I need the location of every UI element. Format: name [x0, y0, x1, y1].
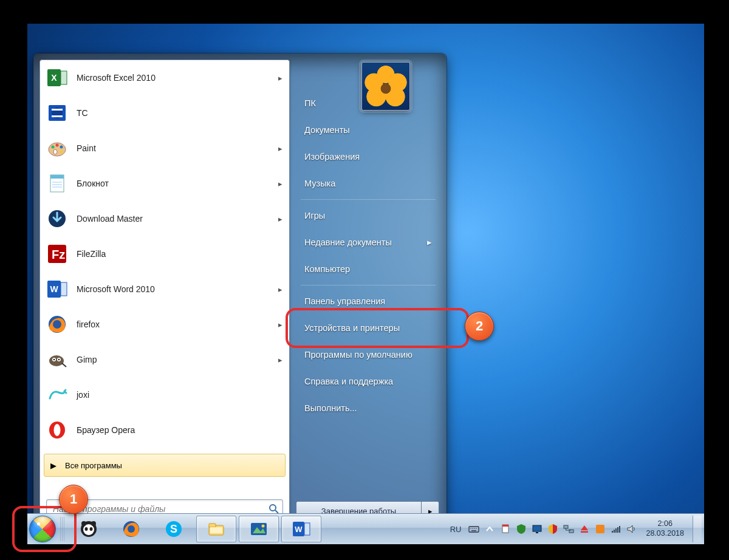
right-item-default-programs[interactable]: Программы по умолчанию [296, 341, 440, 368]
firefox-icon [45, 312, 69, 336]
network-icon[interactable] [563, 523, 575, 535]
word-icon: W [45, 277, 69, 301]
filezilla-icon: Fz [45, 242, 69, 266]
svg-rect-60 [471, 530, 476, 531]
desktop-wallpaper[interactable]: X Microsoft Excel 2010 ▸ TC [27, 24, 704, 544]
submenu-arrow-icon: ▸ [278, 285, 284, 294]
start-menu: X Microsoft Excel 2010 ▸ TC [33, 53, 447, 531]
svg-point-25 [53, 320, 61, 329]
svg-text:X: X [51, 73, 57, 83]
svg-rect-6 [52, 115, 63, 117]
taskbar-app-firefox[interactable] [111, 516, 151, 542]
gimp-icon [45, 347, 69, 372]
monitor-icon[interactable] [531, 523, 543, 535]
right-item-documents[interactable]: Документы [296, 117, 440, 143]
annotation-badge-2: 2 [465, 312, 494, 341]
svg-point-29 [53, 359, 55, 360]
right-item-control-panel[interactable]: Панель управления [296, 288, 440, 315]
svg-marker-75 [628, 525, 632, 533]
svg-point-42 [128, 525, 135, 533]
program-item-downloadmaster[interactable]: Download Master ▸ [40, 201, 289, 236]
right-item-music[interactable]: Музыка [296, 170, 440, 197]
program-item-filezilla[interactable]: Fz FileZilla [40, 236, 289, 271]
program-item-notepad[interactable]: Блокнот ▸ [40, 166, 289, 201]
program-label: Gimp [77, 355, 278, 364]
joxi-icon [45, 383, 69, 407]
right-item-run[interactable]: Выполнить... [296, 395, 440, 422]
wifi-icon[interactable] [610, 523, 622, 535]
volume-icon[interactable] [626, 523, 638, 535]
triangle-right-icon: ▶ [50, 461, 56, 470]
chevron-up-icon[interactable] [484, 523, 496, 535]
svg-rect-5 [52, 109, 63, 111]
taskbar-clock[interactable]: 2:06 28.03.2018 [640, 519, 690, 538]
submenu-arrow-icon: ▸ [278, 179, 284, 188]
program-item-paint[interactable]: Paint ▸ [40, 131, 289, 166]
program-item-gimp[interactable]: Gimp ▸ [40, 342, 289, 377]
eject-icon[interactable] [578, 523, 590, 535]
svg-rect-72 [615, 528, 617, 533]
taskbar-app-panda[interactable] [69, 516, 109, 542]
svg-text:W: W [50, 284, 58, 294]
program-label: firefox [77, 319, 278, 329]
submenu-arrow-icon: ▸ [278, 144, 284, 153]
language-indicator[interactable]: RU [445, 525, 467, 534]
right-item-user[interactable]: ПК [296, 90, 440, 117]
start-menu-right-panel: ПК Документы Изображения Музыка Игры Нед… [296, 90, 440, 422]
svg-rect-74 [619, 526, 620, 533]
downloadmaster-icon [45, 207, 69, 231]
tc-icon [45, 101, 69, 125]
right-item-pictures[interactable]: Изображения [296, 143, 440, 170]
svg-point-9 [56, 144, 59, 147]
program-label: Microsoft Excel 2010 [77, 73, 278, 83]
program-item-firefox[interactable]: firefox ▸ [40, 307, 289, 342]
svg-point-26 [49, 355, 64, 366]
program-item-tc[interactable]: TC [40, 95, 289, 131]
taskbar-app-explorer[interactable] [196, 516, 236, 542]
all-programs-button[interactable]: ▶ Все программы [44, 454, 286, 477]
svg-point-58 [474, 528, 475, 528]
svg-rect-73 [617, 527, 618, 533]
right-item-help[interactable]: Справка и поддержка [296, 368, 440, 395]
all-programs-label: Все программы [65, 461, 122, 470]
svg-text:Fz: Fz [52, 248, 65, 261]
program-label: Блокнот [77, 179, 278, 188]
svg-point-50 [262, 525, 265, 528]
svg-rect-69 [596, 525, 604, 533]
program-item-opera[interactable]: Браузер Opera [40, 412, 289, 448]
taskbar-grip[interactable] [60, 517, 65, 541]
submenu-arrow-icon: ▸ [278, 73, 284, 83]
notepad-icon [45, 171, 69, 196]
svg-point-38 [91, 521, 96, 526]
shield-yellow-icon[interactable] [547, 523, 559, 535]
svg-text:W: W [295, 525, 303, 534]
right-item-games[interactable]: Игры [296, 202, 440, 229]
start-button[interactable] [27, 514, 58, 544]
taskbar[interactable]: S W RU [27, 513, 704, 544]
svg-point-56 [471, 528, 471, 528]
shield-green-icon[interactable] [515, 523, 527, 535]
svg-point-10 [60, 146, 63, 149]
taskbar-app-skype[interactable]: S [154, 516, 194, 542]
taskbar-app-gallery[interactable] [239, 516, 279, 542]
svg-rect-70 [612, 531, 613, 533]
svg-rect-64 [536, 532, 538, 533]
taskbar-app-word[interactable]: W [281, 516, 321, 542]
svg-point-57 [473, 528, 473, 528]
program-item-word[interactable]: W Microsoft Word 2010 ▸ [40, 271, 289, 307]
program-label: TC [77, 108, 284, 118]
right-item-devices[interactable]: Устройства и принтеры [296, 315, 440, 341]
svg-point-32 [54, 424, 61, 436]
svg-rect-23 [61, 282, 67, 296]
program-item-excel[interactable]: X Microsoft Excel 2010 ▸ [40, 60, 289, 95]
keyboard-icon[interactable] [468, 523, 480, 535]
right-item-recent[interactable]: Недавние документы▸ [296, 229, 440, 256]
show-desktop-button[interactable] [693, 516, 702, 542]
program-item-joxi[interactable]: joxi [40, 377, 289, 412]
right-item-computer[interactable]: Компьютер [296, 256, 440, 282]
svg-rect-71 [614, 530, 615, 533]
recent-programs-list: X Microsoft Excel 2010 ▸ TC [40, 60, 289, 449]
orange-square-icon[interactable] [594, 523, 606, 535]
action-center-icon[interactable] [499, 523, 512, 535]
svg-point-12 [53, 149, 57, 154]
